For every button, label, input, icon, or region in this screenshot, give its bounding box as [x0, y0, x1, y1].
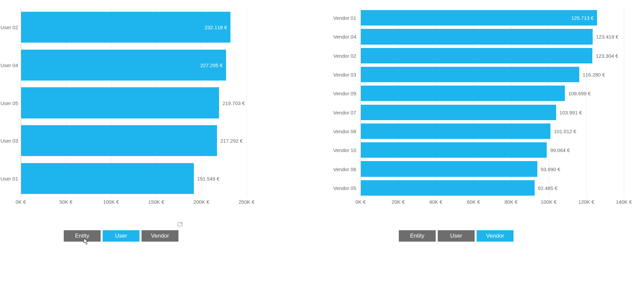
x-tick-label: 40K € — [429, 199, 442, 205]
x-tick-label: 0K € — [16, 199, 26, 205]
x-tick-label: 250K € — [238, 199, 255, 205]
bar[interactable] — [361, 180, 535, 196]
category-label: Vendor 03 — [333, 72, 356, 78]
category-label: User 03 — [0, 138, 18, 144]
x-tick-label: 150K € — [148, 199, 164, 205]
value-label: 217.292 € — [220, 138, 243, 144]
value-label: 123.419 € — [596, 34, 619, 40]
category-label: Vendor 05 — [333, 185, 356, 191]
svg-line-1 — [180, 223, 181, 225]
gridline — [624, 8, 624, 197]
bar[interactable] — [361, 67, 579, 82]
value-label: 227.295 € — [200, 62, 223, 68]
vendor-button-label: Vendor — [151, 233, 169, 239]
category-label: User 05 — [0, 100, 18, 106]
category-label: Vendor 07 — [333, 109, 356, 115]
bar[interactable] — [361, 29, 593, 44]
vendor-button-label: Vendor — [486, 233, 504, 239]
user-button[interactable]: User — [438, 230, 475, 242]
value-label: 232.118 € — [205, 24, 227, 30]
category-label: User 02 — [0, 24, 18, 30]
vendor-chart-panel: Vendor 01Vendor 04Vendor 02Vendor 03Vend… — [322, 0, 644, 298]
x-tick-label: 120K € — [578, 199, 594, 205]
category-label: Vendor 06 — [333, 166, 356, 172]
value-label: 92.485 € — [538, 185, 557, 191]
x-tick-label: 80K € — [504, 199, 518, 205]
user-button-label: User — [115, 233, 127, 239]
bar[interactable] — [361, 10, 597, 26]
category-label: User 01 — [0, 176, 18, 181]
category-label: Vendor 08 — [333, 128, 356, 134]
value-label: 93.990 € — [541, 166, 560, 172]
entity-button[interactable]: Entity — [399, 230, 436, 242]
user-chart-ylabels: User 02User 04User 05User 03User 01 — [0, 8, 21, 197]
category-label: Vendor 01 — [333, 15, 356, 21]
bar[interactable] — [361, 48, 592, 63]
vendor-panel-button-bar: Entity User Vendor — [399, 230, 514, 242]
x-tick-label: 50K € — [59, 199, 72, 205]
value-label: 123.304 € — [596, 53, 618, 58]
category-label: Vendor 04 — [333, 34, 356, 40]
value-label: 99.064 € — [550, 147, 570, 153]
gridline — [247, 8, 247, 197]
bar[interactable] — [361, 161, 537, 177]
value-label: 103.991 € — [559, 109, 582, 115]
bar[interactable] — [21, 163, 194, 194]
category-label: User 04 — [0, 62, 18, 68]
entity-button[interactable]: Entity — [64, 230, 101, 242]
bar[interactable] — [21, 125, 217, 156]
user-chart-xaxis: 0K €50K €100K €150K €200K €250K € — [21, 199, 247, 209]
user-button[interactable]: User — [103, 230, 140, 242]
category-label: Vendor 09 — [333, 91, 356, 96]
value-label: 219.703 € — [222, 100, 245, 106]
entity-button-label: Entity — [410, 233, 425, 239]
dashboard: User 02User 04User 05User 03User 01 232.… — [0, 0, 644, 298]
vendor-button[interactable]: Vendor — [477, 230, 514, 242]
bar[interactable] — [21, 12, 230, 43]
x-tick-label: 100K € — [103, 199, 119, 205]
vendor-chart-plot[interactable]: 125.713 €123.419 €123.304 €116.280 €108.… — [361, 8, 624, 197]
category-label: Vendor 10 — [333, 147, 356, 153]
bar[interactable] — [361, 86, 565, 101]
x-tick-label: 100K € — [541, 199, 557, 205]
x-tick-label: 140K € — [616, 199, 632, 205]
user-panel-button-bar: Entity User Vendor — [64, 230, 178, 242]
value-label: 191.549 € — [197, 176, 220, 181]
vendor-chart-xaxis: 0K €20K €40K €60K €80K €100K €120K €140K… — [361, 199, 624, 209]
bar[interactable] — [361, 105, 556, 120]
bar[interactable] — [21, 50, 226, 81]
x-tick-label: 60K € — [467, 199, 480, 205]
value-label: 125.713 € — [571, 15, 594, 21]
user-chart-plot[interactable]: 232.118 €227.295 €219.703 €217.292 €191.… — [21, 8, 247, 197]
user-chart-panel: User 02User 04User 05User 03User 01 232.… — [0, 0, 322, 298]
x-tick-label: 20K € — [392, 199, 405, 205]
user-button-label: User — [450, 233, 462, 239]
vendor-chart-ylabels: Vendor 01Vendor 04Vendor 02Vendor 03Vend… — [322, 8, 359, 197]
bar[interactable] — [361, 142, 547, 158]
bar[interactable] — [361, 123, 550, 139]
value-label: 101.012 € — [554, 128, 576, 134]
value-label: 108.699 € — [568, 91, 591, 96]
category-label: Vendor 02 — [333, 53, 356, 58]
vendor-button[interactable]: Vendor — [142, 230, 178, 242]
value-label: 116.280 € — [583, 72, 605, 78]
x-tick-label: 200K € — [194, 199, 210, 205]
focus-mode-icon[interactable] — [178, 222, 182, 226]
svg-rect-0 — [178, 222, 182, 226]
entity-button-label: Entity — [75, 233, 90, 239]
x-tick-label: 0K € — [356, 199, 366, 205]
bar[interactable] — [21, 87, 219, 118]
